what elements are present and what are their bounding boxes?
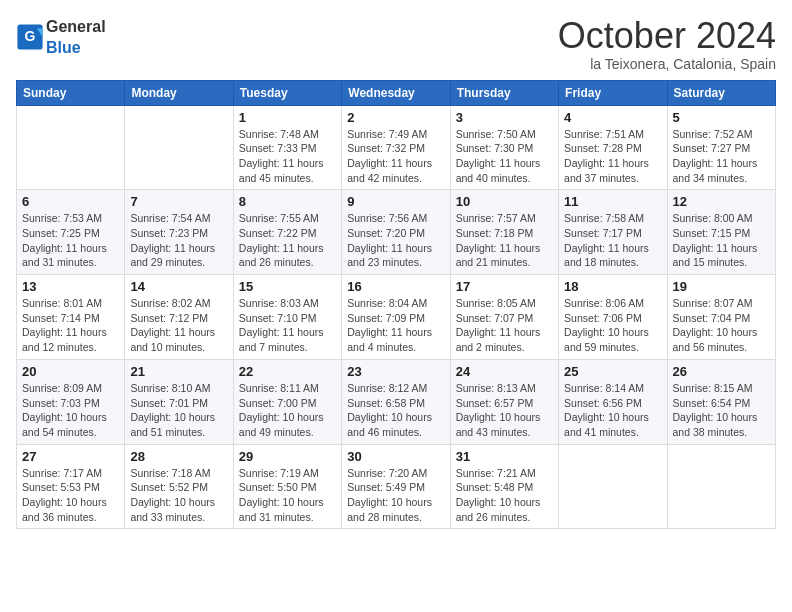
day-info: Sunrise: 8:03 AMSunset: 7:10 PMDaylight:… <box>239 296 336 355</box>
calendar-cell <box>667 444 775 529</box>
calendar-cell: 3Sunrise: 7:50 AMSunset: 7:30 PMDaylight… <box>450 105 558 190</box>
day-info: Sunrise: 8:11 AMSunset: 7:00 PMDaylight:… <box>239 381 336 440</box>
day-number: 15 <box>239 279 336 294</box>
calendar-cell: 17Sunrise: 8:05 AMSunset: 7:07 PMDayligh… <box>450 275 558 360</box>
day-number: 22 <box>239 364 336 379</box>
logo-blue-text: Blue <box>46 39 81 56</box>
day-number: 18 <box>564 279 661 294</box>
day-number: 23 <box>347 364 444 379</box>
calendar-week-row: 20Sunrise: 8:09 AMSunset: 7:03 PMDayligh… <box>17 359 776 444</box>
day-number: 14 <box>130 279 227 294</box>
calendar-cell <box>17 105 125 190</box>
day-number: 17 <box>456 279 553 294</box>
day-info: Sunrise: 8:00 AMSunset: 7:15 PMDaylight:… <box>673 211 770 270</box>
day-info: Sunrise: 7:48 AMSunset: 7:33 PMDaylight:… <box>239 127 336 186</box>
day-number: 1 <box>239 110 336 125</box>
day-info: Sunrise: 8:10 AMSunset: 7:01 PMDaylight:… <box>130 381 227 440</box>
day-info: Sunrise: 7:49 AMSunset: 7:32 PMDaylight:… <box>347 127 444 186</box>
calendar-cell: 14Sunrise: 8:02 AMSunset: 7:12 PMDayligh… <box>125 275 233 360</box>
day-number: 3 <box>456 110 553 125</box>
day-number: 27 <box>22 449 119 464</box>
day-info: Sunrise: 8:12 AMSunset: 6:58 PMDaylight:… <box>347 381 444 440</box>
month-title: October 2024 <box>558 16 776 56</box>
calendar-cell: 4Sunrise: 7:51 AMSunset: 7:28 PMDaylight… <box>559 105 667 190</box>
day-info: Sunrise: 8:04 AMSunset: 7:09 PMDaylight:… <box>347 296 444 355</box>
day-number: 19 <box>673 279 770 294</box>
header-row: SundayMondayTuesdayWednesdayThursdayFrid… <box>17 80 776 105</box>
day-number: 26 <box>673 364 770 379</box>
day-number: 21 <box>130 364 227 379</box>
day-info: Sunrise: 7:51 AMSunset: 7:28 PMDaylight:… <box>564 127 661 186</box>
logo-general-text: General <box>46 18 106 35</box>
calendar-cell: 12Sunrise: 8:00 AMSunset: 7:15 PMDayligh… <box>667 190 775 275</box>
calendar-cell: 16Sunrise: 8:04 AMSunset: 7:09 PMDayligh… <box>342 275 450 360</box>
day-info: Sunrise: 7:18 AMSunset: 5:52 PMDaylight:… <box>130 466 227 525</box>
calendar-week-row: 6Sunrise: 7:53 AMSunset: 7:25 PMDaylight… <box>17 190 776 275</box>
calendar-cell: 7Sunrise: 7:54 AMSunset: 7:23 PMDaylight… <box>125 190 233 275</box>
day-info: Sunrise: 7:20 AMSunset: 5:49 PMDaylight:… <box>347 466 444 525</box>
calendar-cell: 27Sunrise: 7:17 AMSunset: 5:53 PMDayligh… <box>17 444 125 529</box>
day-info: Sunrise: 8:07 AMSunset: 7:04 PMDaylight:… <box>673 296 770 355</box>
day-number: 16 <box>347 279 444 294</box>
calendar-week-row: 1Sunrise: 7:48 AMSunset: 7:33 PMDaylight… <box>17 105 776 190</box>
day-number: 6 <box>22 194 119 209</box>
calendar-cell <box>559 444 667 529</box>
day-info: Sunrise: 7:55 AMSunset: 7:22 PMDaylight:… <box>239 211 336 270</box>
logo-icon: G <box>16 23 44 51</box>
day-info: Sunrise: 7:52 AMSunset: 7:27 PMDaylight:… <box>673 127 770 186</box>
calendar-week-row: 13Sunrise: 8:01 AMSunset: 7:14 PMDayligh… <box>17 275 776 360</box>
calendar-cell: 18Sunrise: 8:06 AMSunset: 7:06 PMDayligh… <box>559 275 667 360</box>
day-info: Sunrise: 7:53 AMSunset: 7:25 PMDaylight:… <box>22 211 119 270</box>
day-number: 20 <box>22 364 119 379</box>
day-info: Sunrise: 7:21 AMSunset: 5:48 PMDaylight:… <box>456 466 553 525</box>
calendar-cell: 28Sunrise: 7:18 AMSunset: 5:52 PMDayligh… <box>125 444 233 529</box>
day-info: Sunrise: 7:50 AMSunset: 7:30 PMDaylight:… <box>456 127 553 186</box>
calendar-cell <box>125 105 233 190</box>
calendar-cell: 30Sunrise: 7:20 AMSunset: 5:49 PMDayligh… <box>342 444 450 529</box>
day-number: 5 <box>673 110 770 125</box>
logo: G General Blue <box>16 16 106 58</box>
day-info: Sunrise: 7:19 AMSunset: 5:50 PMDaylight:… <box>239 466 336 525</box>
calendar-cell: 9Sunrise: 7:56 AMSunset: 7:20 PMDaylight… <box>342 190 450 275</box>
calendar-cell: 8Sunrise: 7:55 AMSunset: 7:22 PMDaylight… <box>233 190 341 275</box>
day-info: Sunrise: 8:02 AMSunset: 7:12 PMDaylight:… <box>130 296 227 355</box>
calendar-cell: 1Sunrise: 7:48 AMSunset: 7:33 PMDaylight… <box>233 105 341 190</box>
calendar-cell: 29Sunrise: 7:19 AMSunset: 5:50 PMDayligh… <box>233 444 341 529</box>
calendar-cell: 31Sunrise: 7:21 AMSunset: 5:48 PMDayligh… <box>450 444 558 529</box>
calendar-cell: 22Sunrise: 8:11 AMSunset: 7:00 PMDayligh… <box>233 359 341 444</box>
day-info: Sunrise: 8:05 AMSunset: 7:07 PMDaylight:… <box>456 296 553 355</box>
title-area: October 2024 la Teixonera, Catalonia, Sp… <box>558 16 776 72</box>
calendar-cell: 19Sunrise: 8:07 AMSunset: 7:04 PMDayligh… <box>667 275 775 360</box>
calendar-cell: 21Sunrise: 8:10 AMSunset: 7:01 PMDayligh… <box>125 359 233 444</box>
calendar-cell: 2Sunrise: 7:49 AMSunset: 7:32 PMDaylight… <box>342 105 450 190</box>
weekday-header: Thursday <box>450 80 558 105</box>
calendar-cell: 26Sunrise: 8:15 AMSunset: 6:54 PMDayligh… <box>667 359 775 444</box>
day-info: Sunrise: 7:17 AMSunset: 5:53 PMDaylight:… <box>22 466 119 525</box>
day-number: 29 <box>239 449 336 464</box>
day-number: 7 <box>130 194 227 209</box>
day-number: 12 <box>673 194 770 209</box>
weekday-header: Monday <box>125 80 233 105</box>
day-number: 25 <box>564 364 661 379</box>
location-subtitle: la Teixonera, Catalonia, Spain <box>558 56 776 72</box>
day-info: Sunrise: 8:01 AMSunset: 7:14 PMDaylight:… <box>22 296 119 355</box>
weekday-header: Wednesday <box>342 80 450 105</box>
calendar-cell: 24Sunrise: 8:13 AMSunset: 6:57 PMDayligh… <box>450 359 558 444</box>
day-info: Sunrise: 8:15 AMSunset: 6:54 PMDaylight:… <box>673 381 770 440</box>
day-number: 11 <box>564 194 661 209</box>
calendar-cell: 10Sunrise: 7:57 AMSunset: 7:18 PMDayligh… <box>450 190 558 275</box>
calendar-table: SundayMondayTuesdayWednesdayThursdayFrid… <box>16 80 776 530</box>
day-info: Sunrise: 8:14 AMSunset: 6:56 PMDaylight:… <box>564 381 661 440</box>
day-number: 13 <box>22 279 119 294</box>
calendar-cell: 25Sunrise: 8:14 AMSunset: 6:56 PMDayligh… <box>559 359 667 444</box>
svg-text:G: G <box>25 28 36 44</box>
day-number: 2 <box>347 110 444 125</box>
weekday-header: Tuesday <box>233 80 341 105</box>
day-number: 28 <box>130 449 227 464</box>
day-number: 8 <box>239 194 336 209</box>
day-number: 10 <box>456 194 553 209</box>
day-number: 30 <box>347 449 444 464</box>
day-number: 9 <box>347 194 444 209</box>
calendar-cell: 15Sunrise: 8:03 AMSunset: 7:10 PMDayligh… <box>233 275 341 360</box>
calendar-week-row: 27Sunrise: 7:17 AMSunset: 5:53 PMDayligh… <box>17 444 776 529</box>
